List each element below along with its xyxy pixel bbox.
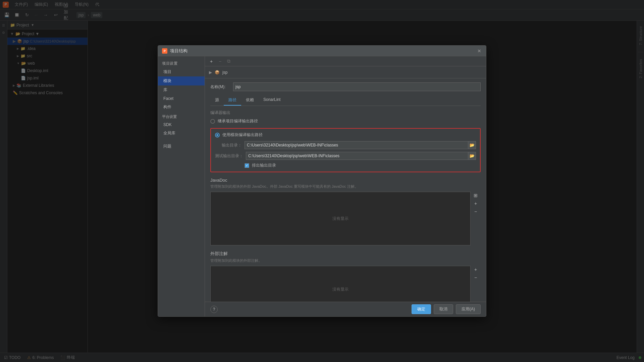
dialog-toolbar: + − ⧉ (205, 56, 486, 66)
test-output-dir-input[interactable] (246, 152, 468, 160)
nav-item-project[interactable]: 项目 (158, 67, 205, 76)
exclude-checkbox-label: 排出输出目录 (252, 163, 276, 168)
platform-settings-header: 平台设置 (158, 112, 205, 121)
radio-use-module[interactable]: 使用模块编译输出路径 (215, 132, 476, 138)
module-name: jsp (222, 70, 227, 75)
javadoc-title: JavaDoc (210, 178, 481, 183)
ext-annotation-section: 外部注解 管理附加到此模块的外部注解。 没有显示 + − (210, 251, 481, 302)
tab-paths[interactable]: 路径 (224, 95, 241, 106)
javadoc-desc: 管理附加到此模块的外部 JavaDoc。外部 JavaDoc 重写模块中可能具有… (210, 184, 481, 189)
ext-annotation-list-container: 没有显示 + − (210, 266, 471, 302)
nav-item-library[interactable]: 库 (158, 85, 205, 95)
nav-item-global-lib[interactable]: 全局库 (158, 129, 205, 138)
apply-btn[interactable]: 应用(A) (456, 304, 481, 314)
copy-module-btn[interactable]: ⧉ (225, 58, 232, 65)
compiler-output-label: 编译器输出 (210, 110, 481, 116)
project-settings-header: 项目设置 (158, 59, 205, 67)
name-label: 名称(M): (210, 84, 230, 90)
dialog-module-header: ▶ 📦 jsp (205, 66, 486, 78)
javadoc-list-btns: ⊞ + − (472, 192, 479, 215)
javadoc-expand-btn[interactable]: ⊞ (472, 192, 479, 199)
checkbox-row: 排出输出目录 (215, 163, 476, 168)
javadoc-empty-label: 没有显示 (211, 192, 470, 245)
exclude-checkbox[interactable] (245, 163, 249, 168)
cancel-btn[interactable]: 取消 (434, 304, 453, 314)
add-module-btn[interactable]: + (208, 58, 215, 65)
radio-module-label: 使用模块编译输出路径 (222, 132, 263, 138)
javadoc-list-container: 没有显示 ⊞ + − (210, 192, 471, 245)
output-dir-input[interactable] (245, 141, 468, 149)
tab-dependencies[interactable]: 依赖 (241, 95, 259, 106)
ext-annotation-empty-label: 没有显示 (211, 266, 470, 302)
dialog-content: 项目设置 项目 模块 库 Facet 构件 平台设置 SDK 全局库 问题 + … (158, 56, 486, 316)
ext-annotation-desc: 管理附加到此模块的外部注解。 (210, 258, 481, 263)
dialog-overlay: P 项目结构 ✕ 项目设置 项目 模块 库 Facet 构件 平台设置 SDK … (0, 0, 644, 362)
ext-add-btn[interactable]: + (472, 266, 479, 273)
tab-source[interactable]: 源 (210, 95, 224, 106)
output-input-group: 📂 (245, 141, 476, 149)
other-header (158, 138, 205, 142)
test-output-browse-btn[interactable]: 📂 (468, 152, 476, 160)
remove-module-btn[interactable]: − (216, 58, 224, 65)
project-structure-dialog: P 项目结构 ✕ 项目设置 项目 模块 库 Facet 构件 平台设置 SDK … (158, 45, 486, 317)
radio-inherit-circle (210, 119, 215, 124)
nav-item-artifact[interactable]: 构件 (158, 103, 205, 112)
nav-item-module[interactable]: 模块 (158, 76, 205, 85)
test-output-input-group: 📂 (246, 152, 476, 160)
module-folder-icon: 📦 (215, 70, 220, 75)
radio-inherit-label: 继承项目编译输出路径 (218, 118, 258, 124)
dialog-close-btn[interactable]: ✕ (477, 48, 482, 54)
ext-annotation-list-btns: + − (472, 266, 479, 281)
javadoc-add-btn[interactable]: + (472, 200, 479, 207)
tab-sonarlint[interactable]: SonarLint (259, 95, 285, 106)
ok-btn[interactable]: 确定 (412, 304, 431, 314)
radio-group: 继承项目编译输出路径 (210, 118, 481, 124)
test-output-dir-row: 测试输出目录： 📂 (215, 152, 476, 160)
output-browse-btn[interactable]: 📂 (468, 141, 476, 149)
test-output-label: 测试输出目录： (215, 153, 243, 159)
red-section: 使用模块编译输出路径 输出目录： 📂 测试输出目录： (210, 128, 481, 172)
name-row: 名称(M): (210, 82, 481, 91)
dialog-icon: P (162, 48, 167, 54)
nav-item-sdk[interactable]: SDK (158, 121, 205, 129)
dialog-title: 项目结构 (170, 48, 474, 54)
javadoc-remove-btn[interactable]: − (472, 208, 479, 215)
nav-item-problems[interactable]: 问题 (158, 142, 205, 151)
javadoc-section: JavaDoc 管理附加到此模块的外部 JavaDoc。外部 JavaDoc 重… (210, 178, 481, 245)
ext-remove-btn[interactable]: − (472, 274, 479, 281)
expand-arrow: ▶ (209, 70, 212, 75)
ext-annotation-list: 没有显示 (210, 266, 471, 302)
dialog-nav: 项目设置 项目 模块 库 Facet 构件 平台设置 SDK 全局库 问题 (158, 56, 205, 316)
tab-bar: 源 路径 依赖 SonarLint (210, 95, 481, 106)
radio-module-circle (215, 133, 220, 137)
dialog-title-bar: P 项目结构 ✕ (158, 46, 486, 56)
dialog-right-panel: + − ⧉ ▶ 📦 jsp 名称(M): (205, 56, 486, 316)
dialog-footer: ? 确定 取消 应用(A) (205, 302, 486, 316)
output-dir-row: 输出目录： 📂 (215, 141, 476, 149)
javadoc-list: 没有显示 (210, 192, 471, 245)
output-label: 输出目录： (215, 142, 242, 148)
dialog-form: 名称(M): 源 路径 依赖 SonarLint 编译器输出 (205, 78, 486, 302)
radio-inherit[interactable]: 继承项目编译输出路径 (210, 118, 481, 124)
nav-item-facet[interactable]: Facet (158, 95, 205, 103)
name-input[interactable] (233, 82, 481, 91)
help-btn[interactable]: ? (210, 306, 218, 313)
ext-annotation-title: 外部注解 (210, 251, 481, 257)
